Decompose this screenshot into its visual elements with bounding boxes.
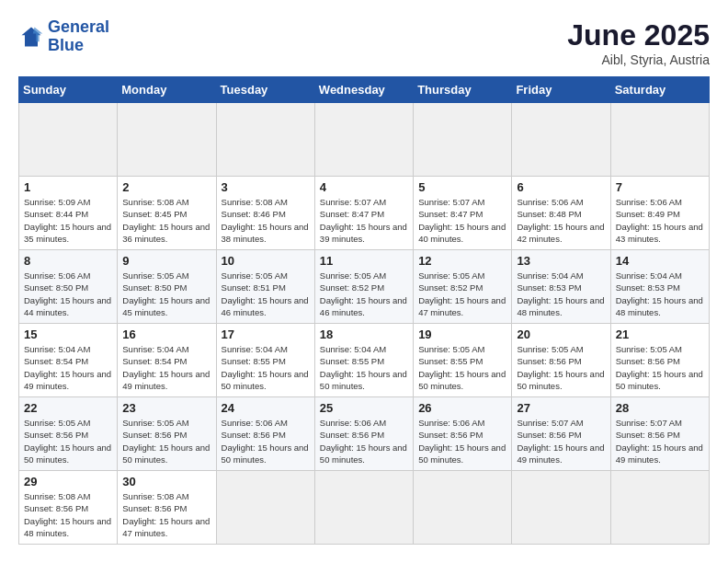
cell-w0-d2 <box>216 103 314 177</box>
cell-w5-d2 <box>216 471 314 545</box>
cell-w1-d1: 2Sunrise: 5:08 AMSunset: 8:45 PMDaylight… <box>118 177 216 250</box>
day-number-27: 27 <box>517 401 605 415</box>
header: General Blue June 2025 Aibl, Styria, Aus… <box>18 18 710 67</box>
day-number-11: 11 <box>320 254 408 268</box>
cell-w0-d4 <box>414 103 512 177</box>
cell-w2-d0: 8Sunrise: 5:06 AMSunset: 8:50 PMDaylight… <box>19 250 118 324</box>
day-number-25: 25 <box>320 401 408 415</box>
cell-w5-d6 <box>610 471 709 545</box>
day-number-6: 6 <box>517 180 605 194</box>
day-number-16: 16 <box>122 327 210 341</box>
day-info-1: Sunrise: 5:09 AMSunset: 8:44 PMDaylight:… <box>24 196 112 245</box>
cell-w4-d5: 27Sunrise: 5:07 AMSunset: 8:56 PMDayligh… <box>512 397 610 471</box>
day-number-18: 18 <box>320 327 408 341</box>
day-number-10: 10 <box>222 254 310 268</box>
day-info-12: Sunrise: 5:05 AMSunset: 8:52 PMDaylight:… <box>418 270 506 318</box>
col-wednesday: Wednesday <box>314 77 413 103</box>
col-tuesday: Tuesday <box>216 77 314 103</box>
cell-w4-d0: 22Sunrise: 5:05 AMSunset: 8:56 PMDayligh… <box>19 397 118 471</box>
week-row-0 <box>19 103 710 177</box>
day-info-6: Sunrise: 5:06 AMSunset: 8:48 PMDaylight:… <box>517 196 605 245</box>
day-info-26: Sunrise: 5:06 AMSunset: 8:56 PMDaylight:… <box>418 417 506 465</box>
day-number-5: 5 <box>418 180 506 194</box>
cell-w3-d2: 17Sunrise: 5:04 AMSunset: 8:55 PMDayligh… <box>216 324 314 397</box>
cell-w3-d1: 16Sunrise: 5:04 AMSunset: 8:54 PMDayligh… <box>118 324 216 397</box>
day-info-28: Sunrise: 5:07 AMSunset: 8:56 PMDaylight:… <box>616 417 704 465</box>
day-info-18: Sunrise: 5:04 AMSunset: 8:55 PMDaylight:… <box>320 343 408 392</box>
cell-w1-d4: 5Sunrise: 5:07 AMSunset: 8:47 PMDaylight… <box>414 177 512 250</box>
cell-w3-d0: 15Sunrise: 5:04 AMSunset: 8:54 PMDayligh… <box>19 324 118 397</box>
cell-w5-d5 <box>512 471 610 545</box>
cell-w1-d3: 4Sunrise: 5:07 AMSunset: 8:47 PMDaylight… <box>314 177 413 250</box>
col-monday: Monday <box>118 77 216 103</box>
cell-w0-d3 <box>314 103 413 177</box>
cell-w3-d4: 19Sunrise: 5:05 AMSunset: 8:55 PMDayligh… <box>414 324 512 397</box>
day-number-4: 4 <box>320 180 408 194</box>
cell-w2-d3: 11Sunrise: 5:05 AMSunset: 8:52 PMDayligh… <box>314 250 413 324</box>
day-info-10: Sunrise: 5:05 AMSunset: 8:51 PMDaylight:… <box>222 270 310 318</box>
week-row-5: 29Sunrise: 5:08 AMSunset: 8:56 PMDayligh… <box>19 471 710 545</box>
week-row-4: 22Sunrise: 5:05 AMSunset: 8:56 PMDayligh… <box>19 397 710 471</box>
title-area: June 2025 Aibl, Styria, Austria <box>567 18 710 67</box>
day-info-5: Sunrise: 5:07 AMSunset: 8:47 PMDaylight:… <box>418 196 506 245</box>
logo-line1: General <box>48 17 109 36</box>
logo-icon <box>18 24 44 50</box>
day-info-25: Sunrise: 5:06 AMSunset: 8:56 PMDaylight:… <box>320 417 408 465</box>
day-info-13: Sunrise: 5:04 AMSunset: 8:53 PMDaylight:… <box>517 270 605 318</box>
day-info-29: Sunrise: 5:08 AMSunset: 8:56 PMDaylight:… <box>24 490 112 539</box>
cell-w0-d0 <box>19 103 118 177</box>
day-info-14: Sunrise: 5:04 AMSunset: 8:53 PMDaylight:… <box>616 270 704 318</box>
day-number-21: 21 <box>616 327 704 341</box>
day-number-29: 29 <box>24 475 112 488</box>
cell-w1-d6: 7Sunrise: 5:06 AMSunset: 8:49 PMDaylight… <box>610 177 709 250</box>
cell-w5-d3 <box>314 471 413 545</box>
cell-w1-d5: 6Sunrise: 5:06 AMSunset: 8:48 PMDaylight… <box>512 177 610 250</box>
week-row-3: 15Sunrise: 5:04 AMSunset: 8:54 PMDayligh… <box>19 324 710 397</box>
cell-w1-d0: 1Sunrise: 5:09 AMSunset: 8:44 PMDaylight… <box>19 177 118 250</box>
day-number-30: 30 <box>122 475 210 488</box>
cell-w2-d5: 13Sunrise: 5:04 AMSunset: 8:53 PMDayligh… <box>512 250 610 324</box>
cell-w3-d5: 20Sunrise: 5:05 AMSunset: 8:56 PMDayligh… <box>512 324 610 397</box>
cell-w2-d6: 14Sunrise: 5:04 AMSunset: 8:53 PMDayligh… <box>610 250 709 324</box>
day-info-8: Sunrise: 5:06 AMSunset: 8:50 PMDaylight:… <box>24 270 112 318</box>
cell-w2-d2: 10Sunrise: 5:05 AMSunset: 8:51 PMDayligh… <box>216 250 314 324</box>
calendar-subtitle: Aibl, Styria, Austria <box>567 52 710 67</box>
day-number-26: 26 <box>418 401 506 415</box>
cell-w1-d2: 3Sunrise: 5:08 AMSunset: 8:46 PMDaylight… <box>216 177 314 250</box>
cell-w2-d4: 12Sunrise: 5:05 AMSunset: 8:52 PMDayligh… <box>414 250 512 324</box>
cell-w5-d1: 30Sunrise: 5:08 AMSunset: 8:56 PMDayligh… <box>118 471 216 545</box>
day-info-22: Sunrise: 5:05 AMSunset: 8:56 PMDaylight:… <box>24 417 112 465</box>
cell-w4-d3: 25Sunrise: 5:06 AMSunset: 8:56 PMDayligh… <box>314 397 413 471</box>
day-info-15: Sunrise: 5:04 AMSunset: 8:54 PMDaylight:… <box>24 343 112 392</box>
day-info-3: Sunrise: 5:08 AMSunset: 8:46 PMDaylight:… <box>222 196 310 245</box>
col-sunday: Sunday <box>19 77 118 103</box>
cell-w0-d1 <box>118 103 216 177</box>
day-info-16: Sunrise: 5:04 AMSunset: 8:54 PMDaylight:… <box>122 343 210 392</box>
day-number-20: 20 <box>517 327 605 341</box>
cell-w3-d3: 18Sunrise: 5:04 AMSunset: 8:55 PMDayligh… <box>314 324 413 397</box>
day-number-2: 2 <box>122 180 210 194</box>
day-info-30: Sunrise: 5:08 AMSunset: 8:56 PMDaylight:… <box>122 490 210 539</box>
cell-w4-d1: 23Sunrise: 5:05 AMSunset: 8:56 PMDayligh… <box>118 397 216 471</box>
cell-w0-d5 <box>512 103 610 177</box>
day-info-2: Sunrise: 5:08 AMSunset: 8:45 PMDaylight:… <box>122 196 210 245</box>
calendar-table: Sunday Monday Tuesday Wednesday Thursday… <box>18 76 710 545</box>
day-number-24: 24 <box>222 401 310 415</box>
day-number-23: 23 <box>122 401 210 415</box>
day-number-12: 12 <box>418 254 506 268</box>
cell-w5-d0: 29Sunrise: 5:08 AMSunset: 8:56 PMDayligh… <box>19 471 118 545</box>
col-saturday: Saturday <box>610 77 709 103</box>
day-info-7: Sunrise: 5:06 AMSunset: 8:49 PMDaylight:… <box>616 196 704 245</box>
day-info-24: Sunrise: 5:06 AMSunset: 8:56 PMDaylight:… <box>222 417 310 465</box>
logo-line2: Blue <box>48 36 84 54</box>
day-info-4: Sunrise: 5:07 AMSunset: 8:47 PMDaylight:… <box>320 196 408 245</box>
cell-w0-d6 <box>610 103 709 177</box>
col-friday: Friday <box>512 77 610 103</box>
day-number-3: 3 <box>222 180 310 194</box>
day-info-9: Sunrise: 5:05 AMSunset: 8:50 PMDaylight:… <box>122 270 210 318</box>
week-row-2: 8Sunrise: 5:06 AMSunset: 8:50 PMDaylight… <box>19 250 710 324</box>
cell-w4-d2: 24Sunrise: 5:06 AMSunset: 8:56 PMDayligh… <box>216 397 314 471</box>
day-number-7: 7 <box>616 180 704 194</box>
calendar-title: June 2025 <box>567 18 710 52</box>
days-header-row: Sunday Monday Tuesday Wednesday Thursday… <box>19 77 710 103</box>
